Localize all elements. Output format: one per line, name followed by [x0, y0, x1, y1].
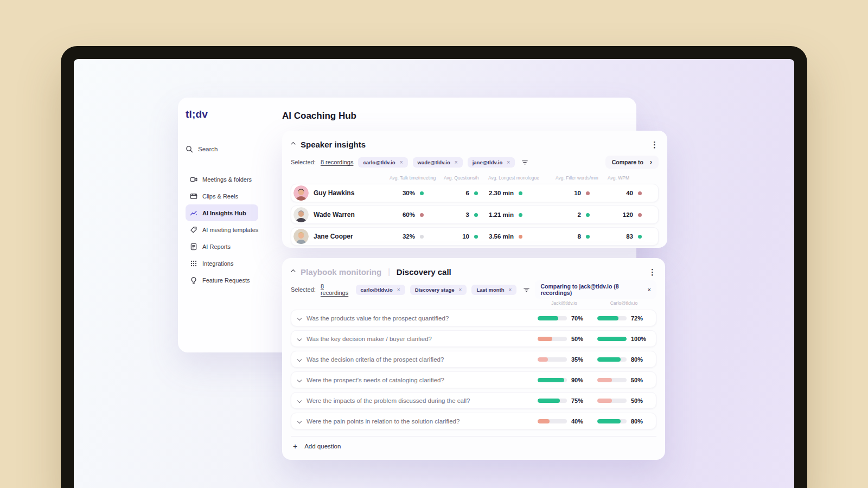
speaker-name: Jane Cooper — [314, 233, 353, 240]
metric-value: 10 — [556, 190, 581, 196]
chevron-down-icon[interactable] — [297, 419, 302, 423]
kebab-menu-icon[interactable]: ⋮ — [648, 268, 656, 276]
speaker-insights-title: Speaker insights — [301, 140, 366, 149]
percent-carlo: 80% — [631, 418, 649, 425]
chevron-down-icon[interactable] — [297, 316, 302, 320]
progress-fill — [538, 419, 550, 423]
film-clip-icon — [190, 192, 197, 200]
progress-bar-jack — [538, 357, 567, 362]
question-row[interactable]: Were the impacts of the problem discusse… — [291, 392, 656, 409]
progress-bar-jack — [538, 399, 567, 403]
filter-icon[interactable] — [523, 286, 530, 293]
question-row[interactable]: Was the decision criteria of the prospec… — [291, 351, 656, 368]
status-dot-green — [586, 213, 590, 217]
add-question-button[interactable]: + Add question — [291, 436, 656, 450]
question-row[interactable]: Was the products value for the prospect … — [291, 310, 656, 326]
lightbulb-icon — [190, 277, 197, 284]
percent-carlo: 80% — [631, 356, 649, 363]
chevron-down-icon[interactable] — [297, 398, 302, 402]
metric-cell: 3 — [444, 211, 489, 218]
speaker-row-jane-cooper[interactable]: Jane Cooper32%103.56 min883 — [291, 227, 659, 246]
question-row[interactable]: Was the key decision maker / buyer clari… — [291, 330, 656, 347]
close-icon[interactable]: × — [400, 159, 403, 165]
speaker-table: Guy Hawkins30%62.30 min1040Wade Warren60… — [291, 184, 659, 246]
chevron-down-icon[interactable] — [297, 357, 302, 361]
chip-label: carlo@tldv.io — [363, 159, 395, 165]
selected-count-link[interactable]: 8 recordings — [321, 283, 351, 296]
collapse-chevron-up-icon[interactable] — [291, 269, 295, 274]
speaker-row-wade-warren[interactable]: Wade Warren60%31.21 min2120 — [291, 206, 659, 224]
sidebar-item-ai-meeting-templates[interactable]: AI meeting templates — [186, 221, 258, 238]
question-row[interactable]: Were the prospect's needs of cataloging … — [291, 371, 656, 388]
compare-to-button[interactable]: Compare to › — [605, 156, 659, 169]
metric-value: 10 — [444, 233, 469, 240]
close-icon[interactable]: × — [397, 287, 400, 293]
search-button[interactable]: Search — [186, 145, 258, 153]
chevron-right-icon: › — [650, 159, 652, 165]
close-icon[interactable]: × — [648, 286, 651, 293]
report-document-icon — [190, 243, 197, 251]
sidebar-item-meetings-folders[interactable]: Meetings & folders — [186, 171, 258, 188]
speaker-row-guy-hawkins[interactable]: Guy Hawkins30%62.30 min1040 — [291, 184, 659, 202]
progress-bar-jack — [538, 378, 567, 382]
selected-count-link[interactable]: 8 recordings — [321, 159, 354, 165]
question-row[interactable]: Were the pain points in relation to the … — [291, 413, 656, 429]
search-label: Search — [198, 146, 218, 152]
close-icon[interactable]: × — [509, 287, 512, 293]
question-text: Were the prospect's needs of cataloging … — [307, 377, 538, 383]
chevron-down-icon[interactable] — [297, 377, 302, 382]
metric-cell: 83 — [608, 233, 653, 240]
collapse-chevron-up-icon[interactable] — [291, 142, 295, 146]
filter-icon[interactable] — [521, 159, 528, 166]
filter-chip-carlo-tldv-io[interactable]: carlo@tldv.io× — [358, 157, 407, 168]
question-text: Was the products value for the prospect … — [307, 315, 538, 322]
table-column-headers: Avg. Talk time/meetingAvg. Questions/hAv… — [291, 175, 659, 181]
filter-chips: carlo@tldv.io×Discovery stage×Last month… — [356, 285, 517, 295]
percent-jack: 40% — [571, 418, 590, 425]
sidebar-item-clips-reels[interactable]: Clips & Reels — [186, 188, 258, 204]
chip-label: Last month — [476, 287, 504, 293]
filter-chip-carlo-tldv-io[interactable]: carlo@tldv.io× — [356, 285, 405, 295]
percent-carlo: 50% — [631, 377, 649, 383]
progress-fill — [538, 337, 552, 341]
sidebar-item-ai-insights-hub[interactable]: AI Insights Hub — [186, 204, 258, 221]
sidebar-nav: Meetings & foldersClips & ReelsAI Insigh… — [186, 171, 258, 288]
column-header-avg-filler-words-min: Avg. Filler words/min — [556, 175, 608, 181]
percent-jack: 50% — [571, 336, 590, 342]
filter-chip-last-month[interactable]: Last month× — [471, 285, 516, 295]
sidebar-item-integrations[interactable]: Integrations — [186, 255, 258, 272]
question-list: Was the products value for the prospect … — [291, 310, 656, 429]
chevron-down-icon[interactable] — [297, 336, 302, 341]
sidebar-item-label: AI Reports — [202, 243, 231, 250]
metric-cell: 10 — [444, 233, 489, 240]
filter-chip-discovery-stage[interactable]: Discovery stage× — [410, 285, 467, 295]
metric-value: 30% — [390, 190, 415, 196]
status-dot-gray — [420, 235, 424, 239]
column-jack: Jack@tldv.io — [538, 300, 590, 306]
sidebar-item-feature-requests[interactable]: Feature Requests — [186, 272, 258, 288]
close-icon[interactable]: × — [507, 159, 510, 165]
close-icon[interactable]: × — [455, 159, 458, 165]
progress-fill — [597, 337, 627, 341]
sidebar-item-ai-reports[interactable]: AI Reports — [186, 238, 258, 255]
search-icon — [186, 145, 193, 153]
progress-bar-jack — [538, 419, 567, 423]
close-icon[interactable]: × — [459, 287, 462, 293]
metric-cell: 30% — [390, 190, 444, 196]
comparing-to-chip[interactable]: Comparing to jack@tldv.io (8 recordings)… — [535, 280, 656, 299]
progress-fill — [597, 399, 612, 403]
filter-chip-jane-tldv-io[interactable]: jane@tldv.io× — [468, 157, 515, 168]
laptop-screen: tl;dv Search Meetings & foldersClips & R… — [74, 59, 794, 488]
progress-bar-carlo — [597, 316, 627, 320]
metric-value: 3.56 min — [489, 233, 514, 240]
status-dot-green — [474, 235, 478, 239]
progress-bar-carlo — [597, 399, 627, 403]
speaker-name-cell: Guy Hawkins — [293, 185, 390, 201]
metric-value: 1.21 min — [489, 211, 514, 218]
percent-jack: 70% — [571, 315, 590, 322]
chip-label: carlo@tldv.io — [361, 287, 393, 293]
speaker-insights-panel: Speaker insights ⋮ Selected: 8 recording… — [282, 131, 667, 248]
metric-value: 8 — [556, 233, 581, 240]
filter-chip-wade-tldv-io[interactable]: wade@tldv.io× — [413, 157, 463, 168]
kebab-menu-icon[interactable]: ⋮ — [650, 140, 659, 149]
